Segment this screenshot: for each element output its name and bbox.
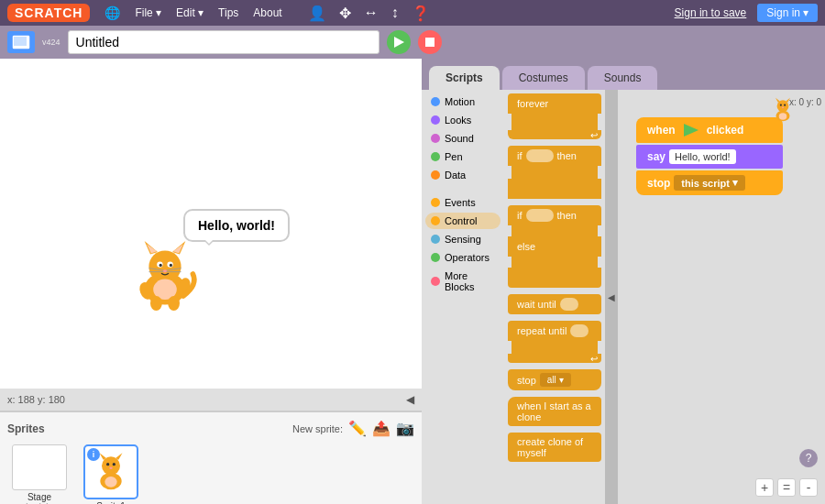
menu-file[interactable]: File ▾ [127,3,169,23]
say-block[interactable]: say Hello, world! [636,145,783,169]
cat-looks[interactable]: Looks [425,112,500,128]
cat-data-label: Data [445,170,466,181]
cat-motion-dot [431,97,440,106]
globe-icon[interactable]: 🌐 [97,2,127,24]
then-label: then [557,150,577,161]
script-workspace[interactable]: when clicked say Hello, world! stop [618,90,825,504]
else-label: else [517,241,535,252]
stop-value-dropdown[interactable]: this script ▾ [674,175,745,191]
svg-point-12 [160,264,162,267]
forever-arrow: ↩ [590,130,598,140]
script-editor: Scripts Costumes Sounds Motion Looks [422,59,825,504]
cat-sound-dot [431,134,440,143]
svg-point-23 [168,296,180,311]
help-button[interactable]: ? [799,449,818,467]
green-flag-button[interactable] [387,30,411,54]
zoom-reset-button[interactable]: = [777,478,796,497]
sign-in-save[interactable]: Sign in to save [675,6,747,19]
menu-about[interactable]: About [246,3,289,23]
menu-tips[interactable]: Tips [211,3,246,23]
cat-pen-dot [431,152,440,161]
tool-move[interactable]: ✥ [339,5,351,22]
main-area: Hello, world! [0,59,825,504]
svg-rect-3 [425,38,434,47]
wait-condition-slot [560,298,578,311]
stop-dropdown[interactable]: all ▾ [540,373,571,387]
if-then-block[interactable]: if then [508,146,601,166]
zoom-in-button[interactable]: + [755,478,774,497]
stage-item[interactable]: Stage 1 backdrop [7,444,72,504]
sprite1-thumb: i [83,444,138,499]
cat-more-blocks-dot [431,277,440,286]
if-then-block-wrap: if then [508,146,601,199]
tab-costumes[interactable]: Costumes [502,66,585,90]
blocks-panel: forever ↩ if then [504,90,605,504]
zoom-out-button[interactable]: - [799,478,818,497]
cat-control[interactable]: Control [425,213,500,229]
tool-resize-v[interactable]: ↕ [391,5,399,21]
tab-scripts[interactable]: Scripts [429,66,500,90]
cat-motion[interactable]: Motion [425,93,500,110]
cat-sound[interactable]: Sound [425,130,500,147]
menu-edit[interactable]: Edit ▾ [169,3,211,23]
svg-point-27 [106,463,109,466]
repeat-until-label: repeat until [517,325,566,336]
when-clicked-hat[interactable]: when clicked [636,117,783,143]
palette-divider[interactable]: ◀ [605,90,618,504]
repeat-until-block[interactable]: repeat until [508,321,601,341]
svg-marker-32 [684,124,698,137]
project-title-input[interactable] [68,30,380,54]
stop-dropdown-arrow: ▾ [559,375,564,385]
say-value[interactable]: Hello, world! [669,149,736,164]
tool-help[interactable]: ❓ [412,5,430,22]
cat-operators[interactable]: Operators [425,249,500,266]
cat-events[interactable]: Events [425,194,500,211]
stop-block[interactable]: stop this script ▾ [636,170,783,195]
stop-button[interactable] [418,30,442,54]
if-else-block-wrap: if then else [508,205,601,288]
tool-person[interactable]: 👤 [308,5,326,22]
svg-point-35 [779,113,787,119]
sign-in-button[interactable]: Sign in ▾ [757,4,818,22]
tool-resize-h[interactable]: ↔ [364,5,379,21]
sprites-label: Sprites [7,422,45,435]
cat-pen-label: Pen [445,151,463,162]
clicked-label: clicked [707,124,744,137]
stage-coords: x: 188 y: 180 ◀ [0,389,422,411]
cat-pen[interactable]: Pen [425,148,500,165]
menubar: SCRATCH 🌐 File ▾ Edit ▾ Tips About 👤 ✥ ↔… [0,0,825,26]
svg-rect-1 [14,37,27,46]
zoom-controls: + = - [755,478,818,497]
clone-start-block[interactable]: when I start as a clone [508,397,601,426]
tab-sounds[interactable]: Sounds [588,66,658,90]
stop-all-block[interactable]: stop all ▾ [508,369,601,390]
cat-control-dot [431,216,440,225]
collapse-arrow[interactable]: ◀ [406,393,414,406]
cat-sensing-label: Sensing [445,234,481,245]
upload-sprite-button[interactable]: 📤 [372,420,390,437]
paint-sprite-button[interactable]: ✏️ [348,420,367,437]
else-block[interactable]: else [508,236,601,257]
repeat-until-wrap: repeat until ↩ [508,321,601,363]
titlebar: v424 [0,26,825,59]
svg-point-26 [104,477,116,488]
wait-until-block[interactable]: wait until [508,294,601,314]
svg-point-33 [777,100,789,112]
create-clone-block[interactable]: create clone of myself [508,433,601,462]
sprites-header: Sprites New sprite: ✏️ 📤 📷 [7,420,414,437]
camera-sprite-button[interactable]: 📷 [396,420,414,437]
sprite1-item[interactable]: i Sprite1 [79,444,143,504]
cat-operators-dot [431,253,440,262]
stage-icon [7,31,35,53]
scratch-logo[interactable]: SCRATCH [7,4,90,22]
cat-more-blocks[interactable]: More Blocks [425,268,500,295]
cat-data[interactable]: Data [425,167,500,183]
svg-point-22 [150,296,162,311]
cat-motion-label: Motion [445,96,475,107]
create-clone-label: create clone of myself [517,436,592,458]
cat-sensing-dot [431,235,440,244]
forever-block[interactable]: forever [508,93,601,114]
if-else-block[interactable]: if then [508,205,601,225]
stage-canvas: Hello, world! [0,59,422,389]
cat-sensing[interactable]: Sensing [425,231,500,247]
